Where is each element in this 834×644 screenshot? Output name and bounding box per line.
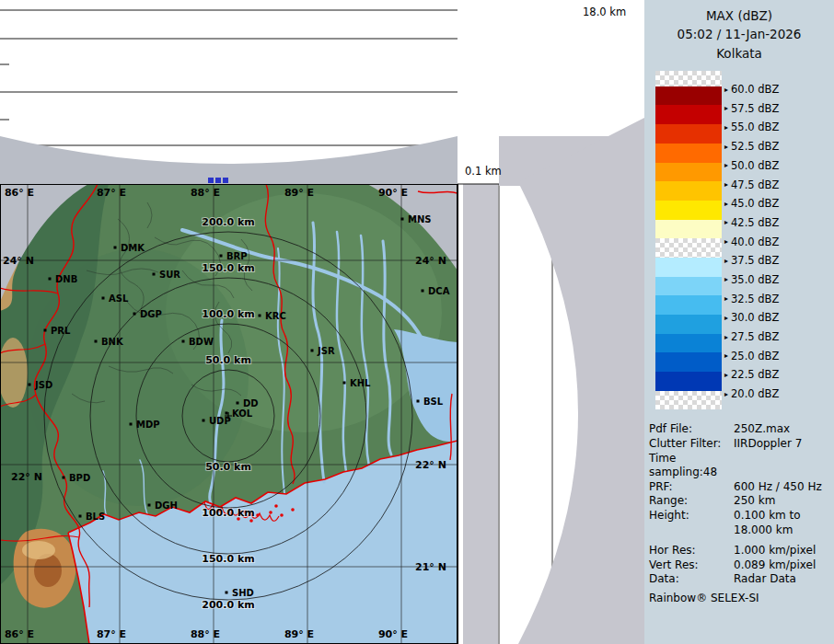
marker-tick: [208, 178, 214, 183]
info-label: Vert Res:: [649, 558, 734, 573]
city-label: KOL: [232, 408, 253, 419]
lon-label: 89° E: [284, 628, 314, 640]
scale-row: 20.0 dBZ: [655, 391, 834, 410]
color-swatch: [655, 201, 722, 220]
city-label: KHL: [350, 378, 371, 388]
lon-label: 88° E: [191, 628, 220, 640]
info-row: Vert Res:0.089 km/pixel: [649, 558, 834, 573]
lat-label: 21° N: [415, 561, 446, 573]
info-label: Data:: [649, 572, 734, 587]
city-label: DGP: [140, 309, 162, 319]
scale-label: 42.5 dBZ: [724, 213, 779, 233]
info-row: PRF:600 Hz / 450 Hz: [649, 480, 834, 495]
dbz-color-scale: 60.0 dBZ 57.5 dBZ 55.0 dBZ 52.5 dBZ 50.0…: [655, 71, 834, 410]
info-label: Clutter Filter:: [649, 437, 734, 452]
station-name: Kolkata: [644, 44, 834, 63]
lon-label: 87° E: [97, 187, 126, 199]
lat-label: 22° N: [11, 471, 42, 483]
legend-panel: MAX (dBZ) 05:02 / 11-Jan-2026 Kolkata 60…: [644, 0, 834, 644]
ring-label: 50.0 km: [205, 461, 251, 473]
scale-label: 52.5 dBZ: [724, 137, 779, 156]
scale-label: 32.5 dBZ: [724, 289, 779, 308]
city-label: DD: [243, 398, 259, 408]
info-label: [649, 523, 734, 538]
ring-label: 150.0 km: [202, 553, 254, 565]
marker-tick: [215, 178, 221, 183]
scale-label: 50.0 dBZ: [724, 156, 779, 176]
city-label: BNK: [101, 337, 124, 347]
lon-label: 90° E: [378, 628, 408, 640]
scale-label: 60.0 dBZ: [724, 80, 779, 99]
scale-label: 20.0 dBZ: [724, 385, 779, 404]
height-axis-min-label: 0.1 km: [465, 165, 502, 178]
color-swatch: [655, 238, 722, 258]
color-swatch: [655, 86, 722, 106]
info-row: Hor Res:1.000 km/pixel: [649, 544, 834, 558]
ring-label: 100.0 km: [202, 507, 254, 519]
city-label: BRP: [226, 251, 248, 261]
scale-label: 25.0 dBZ: [724, 346, 779, 365]
city-label: BDW: [189, 337, 214, 347]
product-title: MAX (dBZ): [644, 6, 834, 25]
info-row: Time sampling:48: [649, 452, 834, 480]
info-row: Height:0.100 km to: [649, 509, 834, 523]
ring-label: 200.0 km: [202, 216, 254, 228]
color-swatch: [655, 220, 722, 239]
city-label: JSR: [317, 346, 335, 356]
city-label: SHD: [232, 588, 254, 598]
info-value: 0.100 km to: [734, 509, 801, 523]
color-swatch: [655, 352, 722, 372]
scale-label: 22.5 dBZ: [724, 365, 779, 385]
info-value: 250 km: [734, 494, 775, 509]
lon-label: 88° E: [191, 187, 220, 199]
lon-label: 86° E: [5, 187, 34, 199]
info-row: 18.000 km: [649, 523, 834, 538]
city-label: DGH: [155, 500, 178, 511]
city-label: MNS: [408, 214, 432, 224]
color-swatch: [655, 258, 722, 277]
city-label: UDP: [209, 416, 231, 426]
scale-label: 57.5 dBZ: [724, 98, 779, 118]
color-swatch: [655, 163, 722, 182]
city-label: KRC: [265, 311, 286, 321]
scale-label: 55.0 dBZ: [724, 118, 779, 137]
info-value: Radar Data: [734, 572, 796, 587]
info-row: Clutter Filter:IIRDoppler 7: [649, 437, 834, 452]
product-info-block: Pdf File:250Z.max Clutter Filter:IIRDopp…: [649, 422, 834, 604]
info-value: 1.000 km/pixel: [734, 544, 816, 558]
scale-label: 47.5 dBZ: [724, 175, 779, 194]
software-credit: Rainbow® SELEX-SI: [649, 592, 834, 604]
city-label: DCA: [428, 286, 450, 296]
color-swatch: [655, 315, 722, 334]
lon-label: 87° E: [97, 628, 126, 640]
scale-label: 30.0 dBZ: [724, 308, 779, 328]
lon-label: 86° E: [5, 628, 34, 640]
marker-tick: [223, 178, 228, 183]
city-label: PRL: [51, 326, 71, 336]
info-value: 600 Hz / 450 Hz: [734, 480, 822, 495]
ring-label: 50.0 km: [205, 354, 251, 366]
info-row: Range:250 km: [649, 494, 834, 509]
city-label: DNB: [55, 274, 77, 284]
ring-label: 100.0 km: [202, 308, 254, 320]
product-datetime: 05:02 / 11-Jan-2026: [644, 25, 834, 43]
info-value: 250Z.max: [734, 422, 790, 437]
color-swatch: [655, 124, 722, 144]
scale-overflow-swatch: [655, 71, 722, 86]
legend-title-block: MAX (dBZ) 05:02 / 11-Jan-2026 Kolkata: [644, 0, 834, 63]
city-label: MDP: [136, 420, 160, 430]
xz-projection-panel: [0, 0, 458, 184]
info-label: PRF:: [649, 480, 734, 495]
info-label: Hor Res:: [649, 544, 734, 558]
yz-projection-panel: [458, 0, 644, 644]
color-swatch: [655, 277, 722, 296]
city-label: SUR: [159, 270, 180, 280]
city-label: DMK: [121, 243, 145, 253]
no-data-band: [463, 184, 498, 644]
ring-label: 200.0 km: [202, 599, 254, 611]
radar-display-window: 200.0 km 150.0 km 100.0 km 50.0 km 50.0 …: [0, 0, 834, 644]
color-swatch: [655, 295, 722, 315]
info-label: Range:: [649, 494, 734, 509]
color-swatch: [655, 144, 722, 163]
info-value: 0.089 km/pixel: [734, 558, 816, 573]
